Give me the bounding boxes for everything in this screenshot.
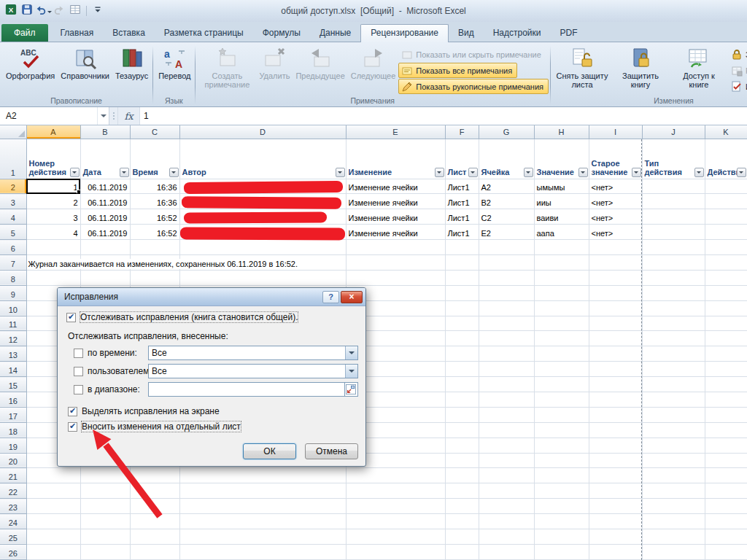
highlight-onscreen-checkbox[interactable]: Выделять исправления на экране <box>68 406 358 416</box>
row-header-21[interactable]: 21 <box>0 468 26 483</box>
cell-A21[interactable] <box>26 468 80 483</box>
undo-button[interactable] <box>36 4 50 18</box>
row-header-1[interactable]: 1 <box>0 139 26 179</box>
cell-D23[interactable] <box>179 499 346 514</box>
cell-H14[interactable] <box>534 362 589 377</box>
filter-button-A[interactable] <box>70 168 80 177</box>
cell-I5[interactable]: <нет> <box>589 225 642 240</box>
cell-J15[interactable] <box>642 377 705 392</box>
cell-J6[interactable] <box>642 240 705 255</box>
row-header-20[interactable]: 20 <box>0 453 26 468</box>
cell-C21[interactable] <box>130 468 179 483</box>
cell-H8[interactable] <box>534 270 589 285</box>
cell-I19[interactable] <box>589 438 642 453</box>
cell-F20[interactable] <box>445 453 479 468</box>
cell-H7[interactable] <box>534 254 589 270</box>
cell-K5[interactable] <box>705 225 747 240</box>
formula-bar-splitter[interactable] <box>109 107 118 125</box>
row-header-2[interactable]: 2 <box>0 179 26 194</box>
chevron-down-icon[interactable] <box>345 346 357 359</box>
cell-K21[interactable] <box>705 468 747 483</box>
cell-I3[interactable]: <нет> <box>589 194 642 209</box>
cell-G4[interactable]: C2 <box>479 209 534 225</box>
cell-A23[interactable] <box>26 499 80 514</box>
show-hide-comment-button[interactable]: Показать или скрыть примечание <box>398 47 546 62</box>
when-dropdown[interactable]: Все <box>148 346 358 360</box>
cell-F24[interactable] <box>445 514 479 529</box>
cell-G20[interactable] <box>479 453 534 468</box>
row-header-18[interactable]: 18 <box>0 422 26 438</box>
cell-G8[interactable] <box>479 270 534 285</box>
cell-C1[interactable]: Время <box>130 139 179 179</box>
cell-J23[interactable] <box>642 499 705 514</box>
show-ink-comments-button[interactable]: Показать рукописные примечания <box>398 79 549 94</box>
tab-Надстройки[interactable]: Надстройки <box>484 25 551 42</box>
show-all-comments-button[interactable]: Показать все примечания <box>398 63 517 78</box>
range-input[interactable] <box>148 382 345 397</box>
filter-button-H[interactable] <box>578 168 588 177</box>
cell-B5[interactable]: 06.11.2019 <box>80 225 130 240</box>
column-header-F[interactable]: F <box>445 125 479 139</box>
row-header-15[interactable]: 15 <box>0 377 26 392</box>
cell-J24[interactable] <box>642 514 705 529</box>
cell-F1[interactable]: Лист <box>445 139 479 179</box>
ok-button[interactable]: ОК <box>243 443 296 459</box>
cell-C22[interactable] <box>130 483 179 499</box>
cell-C6[interactable] <box>130 240 179 255</box>
cell-B26[interactable] <box>80 544 130 559</box>
cell-J20[interactable] <box>642 453 705 468</box>
protect-shared-workbook-button[interactable]: Защитить о <box>728 47 747 62</box>
spelling-button[interactable]: ABCОрфография <box>3 44 58 80</box>
cell-J4[interactable] <box>642 209 705 225</box>
cell-E4[interactable]: Изменение ячейки <box>346 209 445 225</box>
cell-H19[interactable] <box>534 438 589 453</box>
cell-H26[interactable] <box>534 544 589 559</box>
cancel-button[interactable]: Отмена <box>305 443 358 459</box>
cell-A6[interactable] <box>26 240 80 255</box>
cell-A7[interactable]: Журнал заканчивается на изменениях, сохр… <box>26 254 80 270</box>
row-header-10[interactable]: 10 <box>0 300 26 316</box>
cell-G15[interactable] <box>479 377 534 392</box>
tab-Вид[interactable]: Вид <box>449 25 484 42</box>
cell-H2[interactable]: ымымы <box>534 179 589 194</box>
dialog-close-button[interactable]: × <box>341 291 363 303</box>
cell-J26[interactable] <box>642 544 705 559</box>
filter-button-C[interactable] <box>169 168 179 177</box>
cell-D1[interactable]: Автор <box>179 139 346 179</box>
insert-function-button[interactable]: fx <box>118 107 140 125</box>
cell-J22[interactable] <box>642 483 705 499</box>
cell-E8[interactable] <box>346 270 445 285</box>
name-box[interactable]: A2 <box>0 107 109 125</box>
cell-B6[interactable] <box>80 240 130 255</box>
cell-E21[interactable] <box>346 468 445 483</box>
column-header-D[interactable]: D <box>179 125 346 139</box>
cell-D22[interactable] <box>179 483 346 499</box>
cell-E1[interactable]: Изменение <box>346 139 445 179</box>
cell-G21[interactable] <box>479 468 534 483</box>
unprotect-sheet-button[interactable]: Снять защиту листа <box>553 44 611 89</box>
cell-K11[interactable] <box>705 316 747 331</box>
where-checkbox[interactable]: в диапазоне: <box>74 384 148 394</box>
cell-H21[interactable] <box>534 468 589 483</box>
cell-F23[interactable] <box>445 499 479 514</box>
cell-H3[interactable]: ииы <box>534 194 589 209</box>
cell-B2[interactable]: 06.11.2019 <box>80 179 130 194</box>
cell-A3[interactable]: 2 <box>26 194 80 209</box>
cell-F25[interactable] <box>445 529 479 544</box>
cell-A8[interactable] <box>26 270 80 285</box>
tab-Главная[interactable]: Главная <box>51 25 104 42</box>
cell-I8[interactable] <box>589 270 642 285</box>
cell-B21[interactable] <box>80 468 130 483</box>
cell-J14[interactable] <box>642 362 705 377</box>
cell-K9[interactable] <box>705 285 747 300</box>
column-header-H[interactable]: H <box>534 125 589 139</box>
cell-J5[interactable] <box>642 225 705 240</box>
cell-J7[interactable] <box>642 254 705 270</box>
cell-H1[interactable]: Значение <box>534 139 589 179</box>
cell-G2[interactable]: A2 <box>479 179 534 194</box>
cell-F17[interactable] <box>445 407 479 422</box>
row-header-14[interactable]: 14 <box>0 362 26 377</box>
row-header-24[interactable]: 24 <box>0 514 26 529</box>
share-workbook-button[interactable]: Доступ к книге <box>670 44 728 89</box>
row-header-23[interactable]: 23 <box>0 499 26 514</box>
